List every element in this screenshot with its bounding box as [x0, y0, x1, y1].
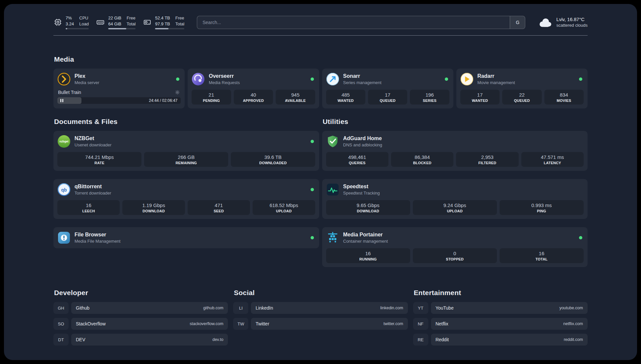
- stat-latency: 47.571 msLATENCY: [521, 152, 584, 167]
- speedtest-icon: [326, 183, 339, 196]
- stat-rate: 744.21 MbpsRATE: [57, 152, 141, 167]
- cpu-progress-fill: [66, 28, 67, 29]
- bookmark-group-developer: Developer GH Githubgithub.com SO StackOv…: [53, 289, 228, 349]
- stat-approved: 40APPROVED: [234, 90, 273, 105]
- stat-queued: 22QUEUED: [502, 90, 541, 105]
- memory-free-value: 22 GiB: [108, 15, 121, 21]
- topbar-divider: [53, 35, 588, 36]
- bookmark-github[interactable]: GH Githubgithub.com: [53, 302, 228, 314]
- search-bar: G: [197, 16, 525, 29]
- section-documents: Documents & Files nzbget NZBGet Usenet d…: [53, 118, 319, 248]
- stat-series: 196SERIES: [410, 90, 449, 105]
- service-subtitle: Media Requests: [209, 80, 240, 85]
- disk-widget: 52.4 TB Free 97.9 TB Total: [143, 15, 184, 29]
- section-title-developer: Developer: [54, 289, 228, 297]
- bookmark-abbr: YT: [413, 302, 428, 314]
- service-name: Media Portainer: [343, 232, 388, 238]
- service-card-overseerr[interactable]: Overseerr Media Requests 21PENDING 40APP…: [188, 69, 319, 108]
- service-card-portainer[interactable]: Media Portainer Container management 16R…: [322, 227, 588, 267]
- stat-seed: 471SEED: [188, 200, 250, 215]
- stat-queries: 498,461QUERIES: [326, 152, 388, 167]
- now-playing-title: Bullet Train: [58, 90, 81, 95]
- section-title-social: Social: [234, 289, 408, 297]
- gear-icon[interactable]: [175, 90, 180, 95]
- weather-condition: scattered clouds: [556, 23, 588, 28]
- service-subtitle: Speedtest Tracking: [343, 191, 380, 196]
- plex-now-playing: Bullet Train 24:44 / 02:06:47: [57, 90, 181, 104]
- search-input[interactable]: [197, 16, 510, 29]
- bookmark-dev[interactable]: DT DEVdev.to: [53, 334, 228, 346]
- bookmark-stackoverflow[interactable]: SO StackOverflowstackoverflow.com: [53, 318, 228, 330]
- service-name: Overseerr: [209, 73, 240, 79]
- bookmark-twitter[interactable]: TW Twittertwitter.com: [233, 318, 408, 330]
- radarr-icon: [460, 73, 473, 86]
- disk-total-value: 97.9 TB: [155, 21, 170, 27]
- cpu-load-value: 3.24: [66, 21, 74, 27]
- service-subtitle: DNS and adblocking: [343, 142, 382, 147]
- service-name: NZBGet: [75, 136, 111, 141]
- resource-widgets: 7% CPU 3.24 Load 22 GiB: [53, 15, 184, 29]
- service-subtitle: Usenet downloader: [75, 142, 111, 147]
- bookmark-netflix[interactable]: NF Netflixnetflix.com: [413, 318, 588, 330]
- portainer-icon: [326, 231, 339, 244]
- stat-download: 9.65 GbpsDOWNLOAD: [326, 200, 410, 215]
- service-card-filebrowser[interactable]: File Browser Media File Management: [53, 227, 319, 248]
- stat-upload: 9.24 GbpsUPLOAD: [413, 200, 497, 215]
- service-card-sonarr[interactable]: Sonarr Series management 485WANTED 17QUE…: [322, 69, 453, 108]
- stat-ping: 0.993 msPING: [500, 200, 584, 215]
- bookmark-abbr: DT: [53, 334, 69, 346]
- qbittorrent-icon: qb: [57, 183, 71, 196]
- service-card-qbittorrent[interactable]: qb qBittorrent Torrent downloader 16LEEC…: [53, 179, 319, 219]
- plex-playback-time: 24:44 / 02:06:47: [149, 98, 178, 103]
- cpu-progress-track: [66, 28, 89, 29]
- nzbget-icon: nzbget: [57, 135, 71, 148]
- service-subtitle: Series management: [343, 80, 382, 85]
- service-name: File Browser: [75, 232, 120, 238]
- stat-total: 16TOTAL: [500, 248, 584, 263]
- status-dot: [311, 236, 314, 239]
- service-card-radarr[interactable]: Radarr Movie management 17WANTED 22QUEUE…: [456, 69, 588, 108]
- service-subtitle: Media File Management: [75, 239, 120, 244]
- disk-progress-fill: [155, 28, 168, 29]
- section-title-media: Media: [54, 55, 588, 63]
- svg-text:nzbget: nzbget: [59, 140, 69, 143]
- bookmark-abbr: NF: [413, 318, 428, 330]
- service-name: AdGuard Home: [343, 136, 382, 141]
- bookmark-group-social: Social LI LinkedInlinkedin.com TW Twitte…: [233, 289, 408, 334]
- service-name: Radarr: [477, 73, 515, 79]
- section-utilities: Utilities AdGuard Home DNS and adblockin…: [322, 118, 588, 267]
- cpu-usage-value: 7%: [66, 15, 74, 21]
- dashboard: 7% CPU 3.24 Load 22 GiB: [4, 4, 637, 360]
- bookmark-abbr: RE: [413, 334, 428, 346]
- memory-total-label: Total: [127, 21, 136, 27]
- section-title-documents: Documents & Files: [54, 118, 319, 126]
- service-card-adguard[interactable]: AdGuard Home DNS and adblocking 498,461Q…: [322, 131, 588, 171]
- bookmark-youtube[interactable]: YT YouTubeyoutube.com: [413, 302, 588, 314]
- filebrowser-icon: [57, 231, 71, 244]
- bookmark-abbr: TW: [233, 318, 248, 330]
- bookmark-abbr: SO: [53, 318, 69, 330]
- stat-filtered: 2,953FILTERED: [456, 152, 518, 167]
- status-dot: [579, 77, 582, 81]
- cloud-icon: [538, 17, 552, 28]
- service-subtitle: Torrent downloader: [75, 191, 111, 196]
- section-title-utilities: Utilities: [323, 118, 588, 126]
- bookmark-linkedin[interactable]: LI LinkedInlinkedin.com: [233, 302, 408, 314]
- overseerr-icon: [192, 73, 205, 86]
- bookmark-reddit[interactable]: RE Redditreddit.com: [413, 334, 588, 346]
- service-card-speedtest[interactable]: Speedtest Speedtest Tracking 9.65 GbpsDO…: [322, 179, 588, 219]
- service-card-nzbget[interactable]: nzbget NZBGet Usenet downloader 744.21 M…: [53, 131, 319, 171]
- stat-stopped: 0STOPPED: [413, 248, 497, 263]
- service-subtitle: Media server: [75, 80, 99, 85]
- service-subtitle: Container management: [343, 239, 388, 244]
- memory-total-value: 64 GiB: [108, 21, 121, 27]
- plex-progress-bar[interactable]: 24:44 / 02:06:47: [57, 97, 181, 104]
- service-name: qBittorrent: [75, 184, 111, 190]
- service-card-plex[interactable]: Plex Media server Bullet Train: [53, 69, 185, 108]
- status-dot: [176, 77, 179, 81]
- memory-progress-track: [108, 28, 136, 29]
- status-dot: [579, 236, 582, 239]
- status-dot: [311, 140, 314, 143]
- search-provider-button[interactable]: G: [510, 16, 525, 29]
- pause-icon[interactable]: [60, 99, 63, 102]
